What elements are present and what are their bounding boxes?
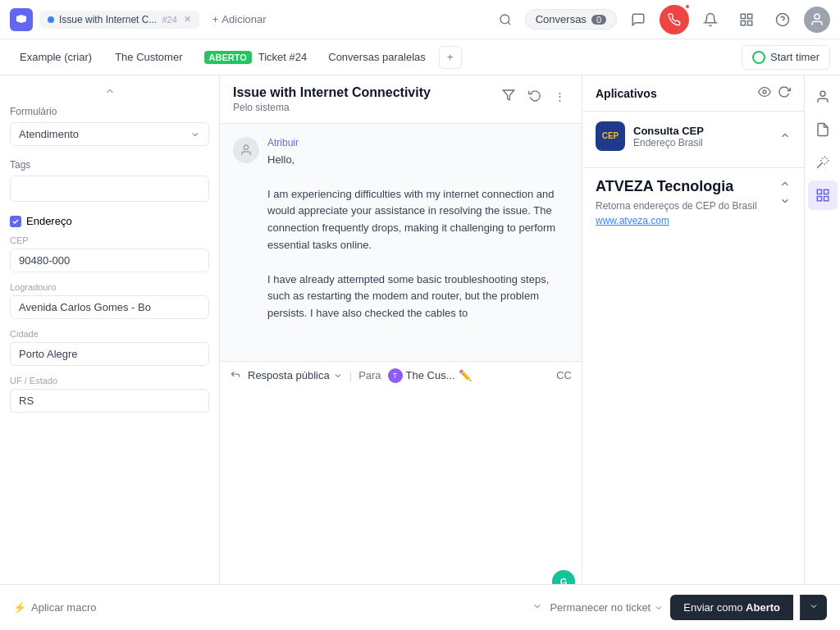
macro-chevron-icon[interactable] <box>532 600 543 614</box>
center-panel: Issue with Internet Connectivity Pelo si… <box>220 75 582 630</box>
conversation-title: Issue with Internet Connectivity <box>233 85 431 100</box>
uf-input[interactable] <box>10 389 209 413</box>
add-button[interactable]: + Adicionar <box>206 10 273 29</box>
timer-icon <box>752 51 765 64</box>
cidade-field: Cidade <box>10 329 209 366</box>
chat-button[interactable] <box>623 5 653 34</box>
cc-button[interactable]: CC <box>556 369 572 381</box>
bottom-right-actions: Permanecer no ticket Enviar como Aberto <box>550 595 827 620</box>
left-sidebar: Formulário Atendimento Tags Endereço CEP… <box>0 75 220 630</box>
add-tab-button[interactable]: + <box>439 46 462 69</box>
cep-input[interactable] <box>10 249 209 272</box>
app-expand-icon[interactable] <box>779 178 791 192</box>
apply-macro-button[interactable]: ⚡ Aplicar macro <box>13 600 543 614</box>
enviar-button[interactable]: Enviar como Aberto <box>670 595 793 620</box>
recipient-label: The Cus... <box>406 369 455 381</box>
grid-apps-icon[interactable] <box>808 180 838 210</box>
message-item: Atribuir Hello, I am experiencing diffic… <box>233 137 568 322</box>
svg-rect-16 <box>824 189 828 194</box>
scroll-up-indicator <box>10 85 209 99</box>
app-card2-desc: Retorna endereços de CEP do Brasil www.a… <box>596 199 779 228</box>
enviar-dropdown-button[interactable] <box>800 595 827 620</box>
right-sidebar: Aplicativos CEP Consulta CEP Endereço Br… <box>582 75 804 630</box>
svg-point-7 <box>815 14 819 19</box>
call-notification-dot <box>684 3 691 10</box>
tags-section: Tags <box>10 159 209 202</box>
app-desc-cep: Endereço Brasil <box>633 137 704 148</box>
tab-ticket[interactable]: ABERTO Ticket #24 <box>196 46 316 69</box>
eye-icon[interactable] <box>758 85 771 101</box>
parallel-label: Conversas paralelas <box>328 51 426 63</box>
app-collapse2-icon[interactable] <box>779 195 791 209</box>
cidade-input[interactable] <box>10 342 209 366</box>
reply-arrow-icon <box>230 368 241 382</box>
call-button[interactable] <box>660 5 689 34</box>
tags-label: Tags <box>10 159 209 171</box>
endereco-checkbox-row: Endereço <box>10 215 209 227</box>
refresh-icon[interactable] <box>778 85 791 101</box>
tags-input[interactable] <box>10 176 209 202</box>
app-icon-cep: CEP <box>596 121 625 151</box>
add-icon: + <box>212 13 219 25</box>
ticket-status-badge: ABERTO <box>204 51 252 64</box>
svg-point-0 <box>500 15 509 24</box>
reply-type-button[interactable]: Resposta pública <box>248 369 343 381</box>
svg-point-14 <box>820 91 825 96</box>
history-icon[interactable] <box>525 85 545 107</box>
svg-rect-1 <box>741 14 745 18</box>
start-timer-button[interactable]: Start timer <box>742 45 830 70</box>
user-avatar[interactable] <box>804 7 830 33</box>
edit-recipient-icon[interactable]: ✏️ <box>459 369 472 381</box>
uf-label: UF / Estado <box>10 376 209 386</box>
uf-field: UF / Estado <box>10 376 209 413</box>
tab-example-label: Example (criar) <box>20 51 92 63</box>
formulario-value: Atendimento <box>19 128 79 140</box>
svg-point-13 <box>763 90 766 94</box>
logradouro-input[interactable] <box>10 295 209 319</box>
app-card2-actions <box>779 178 791 209</box>
svg-marker-8 <box>503 90 514 100</box>
tab-parallel[interactable]: Conversas paralelas <box>318 46 436 68</box>
conversations-label: Conversas <box>536 13 587 25</box>
grid-button[interactable] <box>732 5 761 34</box>
filter-icon[interactable] <box>499 85 518 107</box>
user-profile-icon[interactable] <box>808 82 838 112</box>
notifications-button[interactable] <box>696 5 725 34</box>
enviar-status: Aberto <box>746 601 780 614</box>
reply-recipient: T The Cus... ✏️ <box>388 368 472 383</box>
tab-title: Issue with Internet C... <box>59 14 157 25</box>
reply-type-label: Resposta pública <box>248 369 330 381</box>
svg-rect-2 <box>748 14 752 18</box>
endereco-checkbox[interactable] <box>10 216 21 227</box>
endereco-label: Endereço <box>26 215 72 227</box>
message-sender[interactable]: Atribuir <box>267 137 568 148</box>
active-tab[interactable]: Issue with Internet C... #24 ✕ <box>39 11 199 29</box>
app-collapse-button[interactable] <box>779 130 791 144</box>
svg-rect-3 <box>741 21 745 25</box>
magic-wand-icon[interactable] <box>808 148 838 177</box>
apps-title: Aplicativos <box>596 87 657 100</box>
app-card-cep: CEP Consulta CEP Endereço Brasil <box>582 112 804 168</box>
ticket-label: Ticket #24 <box>258 51 308 63</box>
compose-area[interactable]: G <box>220 390 582 600</box>
messages-area: Atribuir Hello, I am experiencing diffic… <box>220 124 582 361</box>
help-button[interactable] <box>768 5 797 34</box>
conversation-header: Issue with Internet Connectivity Pelo si… <box>220 75 582 124</box>
app-website-link[interactable]: www.atveza.com <box>596 215 669 226</box>
svg-rect-15 <box>817 189 821 194</box>
app-brand-name2: Tecnologia <box>657 178 734 195</box>
reply-para: Para <box>358 369 381 381</box>
cep-label: CEP <box>10 235 209 245</box>
formulario-select[interactable]: Atendimento <box>10 122 209 146</box>
search-button[interactable] <box>492 7 518 33</box>
logradouro-field: Logradouro <box>10 282 209 319</box>
document-icon[interactable] <box>808 115 838 144</box>
app-name-cep: Consulta CEP <box>633 125 704 137</box>
more-options-icon[interactable]: ⋮ <box>551 87 568 106</box>
reply-separator: | <box>349 369 352 381</box>
tab-customer[interactable]: The Customer <box>105 46 192 68</box>
tab-close-button[interactable]: ✕ <box>184 14 191 25</box>
permanecer-button[interactable]: Permanecer no ticket <box>550 601 664 614</box>
conversations-button[interactable]: Conversas 0 <box>525 9 617 30</box>
tab-example[interactable]: Example (criar) <box>10 46 102 68</box>
